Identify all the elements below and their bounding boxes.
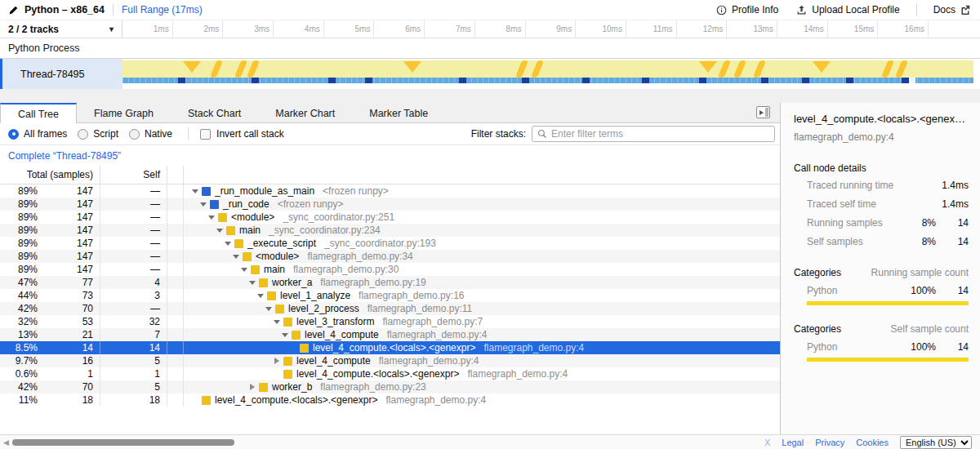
row-total-samples: 147 [38, 198, 100, 210]
scroll-left-icon[interactable]: ◀ [3, 438, 9, 447]
call-tree-row[interactable]: 11%1818level_4_compute.<locals>.<genexpr… [0, 393, 780, 407]
call-tree-row[interactable]: 89%147—mainflamegraph_demo.py:30 [0, 263, 780, 276]
call-tree-row[interactable]: 44%733level_1_analyzeflamegraph_demo.py:… [0, 289, 780, 302]
row-self-samples: — [100, 184, 167, 198]
activity-marker-slash [733, 60, 746, 78]
row-icon-cell [167, 289, 184, 302]
thread-track[interactable]: Thread-78495 [0, 59, 980, 89]
category-bar [807, 358, 969, 362]
filter-input-box[interactable] [532, 126, 775, 142]
thread-activity-graph[interactable] [122, 60, 973, 83]
ruler-tick: 16ms [878, 20, 929, 38]
expand-open-icon[interactable] [198, 202, 208, 207]
tab-stack-chart[interactable]: Stack Chart [171, 103, 258, 122]
divider [113, 4, 114, 16]
detail-value: 14 [936, 236, 969, 247]
expand-closed-icon[interactable] [247, 384, 257, 390]
process-track[interactable]: Python Process [0, 38, 980, 59]
row-icon-cell [167, 211, 184, 224]
category-row: Python100%14 [781, 341, 980, 353]
radio-all-frames-label[interactable]: All frames [24, 128, 67, 140]
row-total-samples: 147 [38, 185, 100, 197]
radio-native-label[interactable]: Native [145, 128, 172, 140]
expand-open-icon[interactable] [215, 229, 225, 233]
call-tree-row[interactable]: 42%705worker_bflamegraph_demo.py:23 [0, 380, 780, 393]
col-header-self[interactable]: Self [100, 166, 167, 184]
footer-link-privacy[interactable]: Privacy [815, 438, 844, 447]
close-button[interactable]: X [764, 438, 770, 447]
upload-icon [796, 5, 807, 16]
row-total-samples: 70 [38, 303, 100, 314]
call-tree-row[interactable]: 9.7%165level_4_computeflamegraph_demo.py… [0, 354, 780, 367]
function-location: _sync_coordinator.py:193 [324, 238, 436, 249]
expand-open-icon[interactable] [207, 216, 216, 220]
upload-profile-button[interactable]: Upload Local Profile [796, 4, 899, 16]
filter-input[interactable] [551, 128, 769, 140]
expand-open-icon[interactable] [231, 255, 241, 259]
expand-open-icon[interactable] [256, 294, 265, 298]
tab-marker-chart[interactable]: Marker Chart [258, 103, 352, 122]
profile-info-button[interactable]: Profile Info [716, 4, 778, 16]
expand-open-icon[interactable] [247, 281, 257, 285]
tab-marker-table[interactable]: Marker Table [352, 103, 445, 122]
horizontal-scrollbar-thumb[interactable] [12, 439, 234, 446]
call-tree-row[interactable]: 89%147—_run_module_as_main<frozen runpy> [0, 184, 780, 198]
full-range-link[interactable]: Full Range (17ms) [122, 4, 203, 16]
breadcrumb-link[interactable]: Complete “Thread-78495” [8, 150, 121, 162]
expand-open-icon[interactable] [190, 189, 200, 193]
invert-call-stack-label[interactable]: Invert call stack [216, 128, 284, 140]
expand-open-icon[interactable] [264, 307, 274, 311]
call-tree-row[interactable]: 8.5%1414level_4_compute.<locals>.<genexp… [0, 341, 780, 354]
detail-value: 14 [936, 217, 969, 229]
footer-link-legal[interactable]: Legal [782, 438, 804, 447]
sidebar-toggle-button[interactable] [756, 106, 770, 118]
call-tree-row[interactable]: 89%147—<module>flamegraph_demo.py:34 [0, 250, 780, 263]
tab-flame-graph[interactable]: Flame Graph [77, 103, 171, 122]
row-total-samples: 18 [38, 394, 100, 406]
call-tree-row[interactable]: 89%147—<module>_sync_coordinator.py:251 [0, 211, 780, 224]
invert-call-stack-checkbox[interactable] [200, 129, 211, 140]
expand-open-icon[interactable] [280, 333, 290, 337]
ruler-tick: 10ms [576, 20, 626, 38]
ruler-tick: 14ms [777, 20, 828, 38]
call-tree-table-header: Total (samples) Self [0, 166, 780, 184]
call-tree-row[interactable]: 42%70—level_2_processflamegraph_demo.py:… [0, 302, 780, 315]
category-square [202, 187, 211, 196]
tracks-dropdown[interactable]: 2 / 2 tracks ▼ [0, 20, 122, 38]
call-tree-row[interactable]: 89%147—_execute_script_sync_coordinator.… [0, 237, 780, 250]
radio-all-frames[interactable] [8, 129, 19, 140]
row-total-percent: 42% [0, 381, 38, 393]
timeline-ruler[interactable]: 1ms2ms3ms4ms5ms6ms7ms8ms9ms10ms11ms12ms1… [122, 20, 980, 38]
radio-script-label[interactable]: Script [93, 128, 118, 140]
call-tree-row[interactable]: 89%147—main_sync_coordinator.py:234 [0, 224, 780, 237]
radio-script[interactable] [78, 129, 88, 140]
function-name: level_1_analyze [280, 290, 350, 301]
expand-closed-icon[interactable] [272, 358, 282, 364]
language-select[interactable]: English (US) [900, 436, 972, 449]
call-tree-row[interactable]: 47%774worker_aflamegraph_demo.py:19 [0, 276, 780, 289]
thread-label-cell[interactable]: Thread-78495 [0, 59, 122, 89]
call-tree-row[interactable]: 32%5332level_3_transformflamegraph_demo.… [0, 315, 780, 328]
expand-open-icon[interactable] [223, 242, 233, 246]
call-node-details: Traced running time1.4msTraced self time… [781, 178, 980, 249]
function-name: level_4_compute [296, 355, 371, 367]
docs-link[interactable]: Docs [933, 4, 970, 16]
call-tree-row[interactable]: 89%147—_run_code<frozen runpy> [0, 198, 780, 211]
tracks-summary: 2 / 2 tracks [8, 24, 59, 35]
thread-activity-area[interactable] [122, 59, 980, 89]
divider [916, 4, 917, 16]
call-tree-row[interactable]: 13%217level_4_computeflamegraph_demo.py:… [0, 328, 780, 341]
call-tree-row[interactable]: 0.6%11level_4_compute.<locals>.<genexpr>… [0, 367, 780, 380]
edit-icon[interactable] [8, 5, 19, 16]
footer-link-cookies[interactable]: Cookies [856, 438, 889, 447]
expand-open-icon[interactable] [272, 320, 282, 324]
row-self-samples: 7 [100, 328, 167, 341]
radio-native[interactable] [129, 129, 140, 140]
category-square [259, 383, 268, 392]
col-header-total[interactable]: Total (samples) [0, 166, 100, 184]
activity-marker-slash [247, 60, 260, 78]
tab-call-tree[interactable]: Call Tree [0, 103, 77, 123]
row-icon-cell [167, 198, 184, 211]
expand-open-icon[interactable] [239, 268, 249, 272]
sample-strip-dark-segment [802, 78, 809, 83]
